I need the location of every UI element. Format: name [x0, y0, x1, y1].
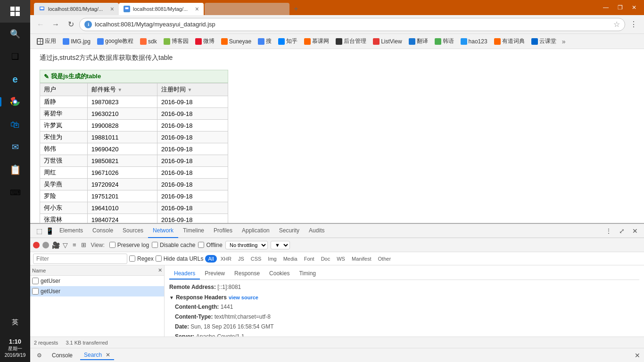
details-tab-cookies[interactable]: Cookies — [264, 268, 294, 280]
preserve-log-checkbox[interactable] — [109, 242, 116, 248]
new-tab-button[interactable]: + — [289, 3, 303, 15]
bottom-search-close[interactable]: ✕ — [106, 352, 110, 358]
bookmark-zhihu[interactable]: 知乎 — [275, 36, 300, 46]
tab-2[interactable]: localhost:8081/Mytag/... × — [119, 3, 204, 15]
regex-checkbox[interactable] — [129, 255, 135, 262]
bookmark-hao123[interactable]: hao123 — [458, 37, 490, 46]
request-checkbox-1[interactable] — [32, 278, 39, 284]
request-row-1[interactable]: getUser — [30, 276, 164, 286]
devtools-inspect-btn[interactable]: ⬚ — [34, 226, 44, 236]
bookmark-weibo[interactable]: 微博 — [192, 36, 217, 46]
tab-audits[interactable]: Audits — [304, 224, 329, 238]
taskbar-edge[interactable]: e — [0, 68, 30, 90]
disable-cache-checkbox[interactable] — [152, 242, 158, 248]
filter-input[interactable] — [33, 254, 127, 264]
filter-button[interactable]: ▽ — [63, 241, 68, 249]
tab-timeline[interactable]: Timeline — [178, 224, 209, 238]
request-row-2[interactable]: getUser — [30, 286, 164, 296]
back-button[interactable]: ← — [34, 18, 47, 31]
devtools-close-btn[interactable]: ✕ — [630, 226, 640, 236]
filter-tab-manifest[interactable]: Manifest — [349, 255, 374, 263]
bookmarks-more-button[interactable]: » — [560, 38, 568, 45]
col-email[interactable]: 邮件账号 ▼ — [87, 83, 157, 96]
bookmark-suneyae[interactable]: Suneyae — [218, 37, 254, 46]
screenshot-button[interactable]: 🎥 — [52, 241, 60, 249]
filter-tab-css[interactable]: CSS — [248, 255, 264, 263]
request-checkbox-2[interactable] — [32, 288, 39, 295]
bookmark-fanyi[interactable]: 翻译 — [406, 36, 431, 46]
refresh-button[interactable]: ↻ — [64, 18, 77, 31]
tab-elements[interactable]: Elements — [55, 224, 88, 238]
record-button[interactable] — [33, 242, 40, 248]
stop-button[interactable] — [42, 242, 49, 248]
col-date[interactable]: 注册时间 ▼ — [157, 83, 228, 96]
tab-console[interactable]: Console — [88, 224, 118, 238]
devtools-more-btn[interactable]: ⋮ — [603, 226, 614, 236]
bookmark-mukewang[interactable]: 慕课网 — [301, 36, 332, 46]
devtools-undock-btn[interactable]: ⤢ — [617, 226, 627, 236]
filter-tab-all[interactable]: All — [205, 255, 216, 263]
filter-tab-font[interactable]: Font — [301, 255, 317, 263]
detail-view-btn[interactable]: ⊞ — [79, 240, 88, 249]
filter-tab-xhr[interactable]: XHR — [218, 255, 234, 263]
taskbar-keyboard[interactable]: ⌨ — [0, 181, 30, 204]
bookmark-sdk[interactable]: sdk — [137, 37, 160, 46]
view-source-link[interactable]: view source — [229, 295, 258, 300]
bookmark-google[interactable]: google教程 — [94, 36, 136, 46]
close-waterfall-btn[interactable]: ✕ — [158, 267, 162, 273]
bookmark-img[interactable]: IMG.jpg — [60, 37, 93, 46]
details-tab-response[interactable]: Response — [230, 268, 264, 280]
tab-close-1[interactable]: × — [110, 5, 114, 13]
forward-button[interactable]: → — [49, 18, 62, 31]
transferred-size: 3.1 KB transferred — [66, 340, 107, 346]
tab-application[interactable]: Application — [237, 224, 274, 238]
bookmark-star[interactable]: ☆ — [613, 20, 620, 29]
taskbar-notes[interactable]: 📋 — [0, 158, 30, 181]
bottom-settings-btn[interactable]: ⚙ — [34, 350, 44, 361]
devtools-device-btn[interactable]: 📱 — [44, 226, 55, 236]
throttle-select2[interactable]: ▼ — [271, 241, 290, 249]
start-button[interactable] — [0, 0, 30, 23]
taskbar-store[interactable]: 🛍 — [0, 113, 30, 136]
filter-tab-img[interactable]: Img — [265, 255, 279, 263]
taskbar-mail[interactable]: ✉ — [0, 136, 30, 158]
bookmark-sou[interactable]: 搜 — [255, 36, 274, 46]
details-tab-timing[interactable]: Timing — [294, 268, 321, 280]
filter-tab-other[interactable]: Other — [375, 255, 394, 263]
address-bar[interactable]: ℹ localhost:8081/Mytag/myeasyui_datagrid… — [79, 18, 625, 31]
list-view-btn[interactable]: ≡ — [71, 240, 78, 249]
tab-sources[interactable]: Sources — [118, 224, 148, 238]
taskbar-taskview[interactable]: ❑ — [0, 45, 30, 68]
bottom-tab-search[interactable]: Search ✕ — [80, 351, 114, 360]
bottom-tab-console[interactable]: Console — [48, 351, 76, 360]
filter-tab-ws[interactable]: WS — [334, 255, 348, 263]
tab-profiles[interactable]: Profiles — [209, 224, 237, 238]
bookmark-admin[interactable]: 后台管理 — [333, 36, 369, 46]
filter-tab-js[interactable]: JS — [235, 255, 247, 263]
tab-close-2[interactable]: × — [195, 5, 199, 13]
tab-security[interactable]: Security — [274, 224, 304, 238]
menu-button[interactable]: ⋮ — [627, 18, 640, 31]
filter-tab-doc[interactable]: Doc — [318, 255, 333, 263]
bookmark-yunkeke[interactable]: 云课堂 — [528, 36, 559, 46]
bookmark-hanyu[interactable]: 韩语 — [432, 36, 457, 46]
bookmark-listview[interactable]: ListView — [370, 37, 405, 46]
maximize-button[interactable]: ❐ — [614, 3, 626, 12]
bookmark-youdao[interactable]: 有道词典 — [491, 36, 528, 46]
hide-data-urls-checkbox[interactable] — [156, 255, 162, 262]
offline-checkbox[interactable] — [198, 242, 204, 248]
filter-tab-media[interactable]: Media — [281, 255, 300, 263]
bookmark-bokeyuan[interactable]: 博客园 — [161, 36, 191, 46]
throttle-select[interactable]: No throttling — [225, 241, 268, 249]
close-button[interactable]: ✕ — [628, 3, 640, 12]
minimize-button[interactable]: — — [600, 3, 612, 12]
tab-network[interactable]: Network — [148, 224, 178, 238]
devtools-bottom-close[interactable]: ✕ — [635, 352, 640, 359]
details-tab-headers[interactable]: Headers — [169, 268, 200, 280]
bookmark-apps[interactable]: 应用 — [34, 36, 59, 46]
taskbar-english[interactable]: 英 — [0, 311, 30, 334]
taskbar-search[interactable]: 🔍 — [0, 23, 30, 45]
details-tab-preview[interactable]: Preview — [200, 268, 230, 280]
tab-1[interactable]: localhost:8081/Mytag/... × — [34, 3, 119, 15]
taskbar-chrome[interactable] — [0, 90, 30, 113]
